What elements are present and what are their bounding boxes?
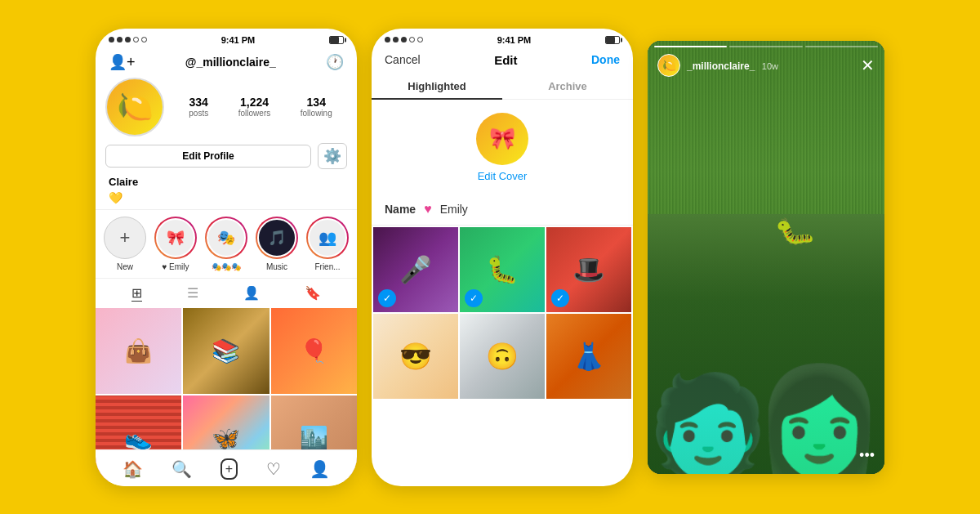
story-background: 🧑 👩 🐛 xyxy=(648,41,884,474)
profile-avatar[interactable]: 🍋 xyxy=(105,78,164,136)
story-username: _millionclaire_ xyxy=(687,60,755,72)
progress-2 xyxy=(729,46,802,47)
edit-cell-2[interactable]: 🐛 ✓ xyxy=(460,227,545,312)
edit-img-6: 👗 xyxy=(546,314,631,399)
cancel-button[interactable]: Cancel xyxy=(385,53,421,66)
status-bar-1: 9:41 PM xyxy=(96,29,357,48)
stat-posts-label: posts xyxy=(189,109,208,118)
edit-title: Edit xyxy=(494,53,517,67)
edit-cell-6[interactable]: 👗 xyxy=(546,314,631,399)
edit-cell-5[interactable]: 🙃 xyxy=(460,314,545,399)
emoji-story-circle[interactable]: 🎭 xyxy=(205,217,247,259)
battery-icon-1 xyxy=(329,36,344,44)
tab-archive[interactable]: Archive xyxy=(502,74,633,99)
emoji-story-label: 🎭🎭🎭 xyxy=(205,262,247,271)
heart-nav-icon[interactable]: ♡ xyxy=(266,459,281,479)
story-friends[interactable]: 👥 Frien... xyxy=(306,217,349,271)
stat-following[interactable]: 134 following xyxy=(301,96,332,118)
phone-profile: 9:41 PM 👤+ @_millionclaire_ 🕐 🍋 334 post… xyxy=(96,29,357,486)
edit-cell-1[interactable]: 🎤 ✓ xyxy=(373,227,458,312)
cover-avatar[interactable]: 🎀 xyxy=(476,113,528,165)
emily-story-label: ♥ Emily xyxy=(154,262,197,271)
tab-highlighted[interactable]: Highlighted xyxy=(372,74,502,99)
music-story-inner: 🎵 xyxy=(257,218,296,257)
grid-view-icon[interactable]: ⊞ xyxy=(131,285,142,302)
emoji-story-inner: 🎭 xyxy=(207,218,246,257)
search-nav-icon[interactable]: 🔍 xyxy=(172,459,192,479)
status-time-1: 9:41 PM xyxy=(221,35,256,45)
stat-following-num: 134 xyxy=(301,96,332,109)
edit-img-4: 😎 xyxy=(373,314,458,399)
saved-view-icon[interactable]: 🔖 xyxy=(305,285,321,302)
music-story-label: Music xyxy=(256,262,298,271)
more-options-icon[interactable]: ••• xyxy=(859,447,875,464)
battery-2 xyxy=(605,36,620,44)
edit-grid: 🎤 ✓ 🐛 ✓ 🎩 ✓ 😎 🙃 👗 xyxy=(372,226,633,400)
stat-posts-num: 334 xyxy=(189,96,208,109)
story-music[interactable]: 🎵 Music xyxy=(256,217,298,271)
dot4 xyxy=(133,37,139,42)
grid-img-2: 📚 xyxy=(183,308,269,394)
tab-bar: Highlighted Archive xyxy=(372,74,633,100)
status-time-2: 9:41 PM xyxy=(497,35,532,45)
story-emily[interactable]: 🎀 ♥ Emily xyxy=(154,217,197,271)
story-user-row: 🍋 _millionclaire_ 10w ✕ xyxy=(657,54,875,77)
grid-cell-3[interactable]: 🎈 xyxy=(271,308,357,394)
story-new[interactable]: + New xyxy=(104,217,146,271)
friends-story-inner: 👥 xyxy=(308,218,347,257)
status-bar-2: 9:41 PM xyxy=(372,29,633,48)
edit-cover-link[interactable]: Edit Cover xyxy=(478,170,528,182)
edit-header: Cancel Edit Done xyxy=(372,48,633,74)
stat-followers[interactable]: 1,224 followers xyxy=(238,96,270,118)
story-user-info: 🍋 _millionclaire_ 10w xyxy=(657,54,778,77)
profile-username: @_millionclaire_ xyxy=(185,56,276,69)
profile-name: Claire xyxy=(96,174,357,190)
tagged-view-icon[interactable]: 👤 xyxy=(243,285,260,302)
stat-following-label: following xyxy=(301,109,332,118)
settings-icon[interactable]: ⚙️ xyxy=(318,143,347,169)
person-add-icon[interactable]: 👤+ xyxy=(109,53,136,71)
grid-cell-2[interactable]: 📚 xyxy=(183,308,269,394)
phone-edit: 9:41 PM Cancel Edit Done Highlighted Arc… xyxy=(372,29,633,486)
grid-cell-1[interactable]: 👜 xyxy=(96,308,181,394)
grid-img-1: 👜 xyxy=(96,308,181,394)
battery-fill-2 xyxy=(606,37,615,43)
story-progress xyxy=(654,46,878,47)
activity-icon[interactable]: 🕐 xyxy=(326,53,344,71)
battery-1 xyxy=(329,36,344,44)
edit-cell-4[interactable]: 😎 xyxy=(373,314,458,399)
dot5 xyxy=(141,37,147,42)
add-nav-icon[interactable]: + xyxy=(220,458,238,480)
stat-posts: 334 posts xyxy=(189,96,208,118)
story-avatar[interactable]: 🍋 xyxy=(657,54,680,77)
edit-profile-button[interactable]: Edit Profile xyxy=(105,145,311,168)
friends-story-label: Frien... xyxy=(306,262,349,271)
person-nav-icon[interactable]: 👤 xyxy=(310,459,330,479)
progress-3 xyxy=(805,46,878,47)
friends-story-circle[interactable]: 👥 xyxy=(306,217,349,259)
grid-nav: ⊞ ☰ 👤 🔖 xyxy=(96,279,357,308)
dot2 xyxy=(117,37,122,42)
story-viewer-frame: 🧑 👩 🐛 🍋 _millionclaire_ xyxy=(648,41,884,474)
new-story-label: New xyxy=(104,262,146,271)
close-story-button[interactable]: ✕ xyxy=(861,56,875,75)
music-story-circle[interactable]: 🎵 xyxy=(256,217,298,259)
check-badge-2: ✓ xyxy=(465,289,483,307)
highlight-name-value[interactable]: Emily xyxy=(440,203,468,216)
cover-section: 🎀 Edit Cover xyxy=(372,100,633,195)
home-nav-icon[interactable]: 🏠 xyxy=(122,459,143,479)
story-time: 10w xyxy=(762,61,778,71)
edit-cell-3[interactable]: 🎩 ✓ xyxy=(546,227,631,312)
heart-name-icon: ♥ xyxy=(424,202,432,217)
list-view-icon[interactable]: ☰ xyxy=(187,285,198,302)
emily-story-circle[interactable]: 🎀 xyxy=(154,217,197,259)
new-story-circle[interactable]: + xyxy=(104,217,146,259)
battery-icon-2 xyxy=(605,36,620,44)
emily-story-inner: 🎀 xyxy=(156,218,195,257)
story-emoji[interactable]: 🎭 🎭🎭🎭 xyxy=(205,217,247,271)
done-button[interactable]: Done xyxy=(591,53,620,66)
dot3 xyxy=(125,37,131,42)
check-badge-1: ✓ xyxy=(378,289,396,307)
signal-dots xyxy=(109,37,147,42)
dot1 xyxy=(109,37,114,42)
